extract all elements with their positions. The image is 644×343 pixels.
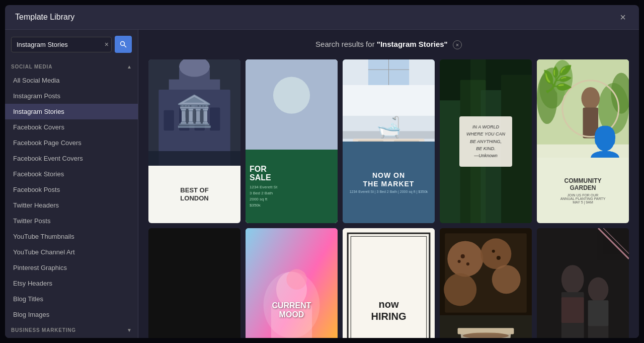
forsale-photo [246,59,338,150]
template-grid: BEST OFLONDON [148,59,629,338]
nav-item-facebook-stories[interactable]: Facebook Stories [5,166,138,182]
svg-rect-26 [343,131,435,139]
template-card-garden[interactable]: COMMUNITYGARDEN JOIN US FOR OURANNUAL PL… [537,59,629,223]
london-photo [148,59,240,166]
results-prefix: Search results for [315,40,377,48]
svg-rect-49 [537,145,629,158]
forsale-details: 1234 Everett St3 Bed 2 Bath2000 sq ft$35… [250,184,334,209]
svg-point-69 [447,241,483,277]
svg-rect-50 [148,228,240,338]
search-input[interactable] [11,37,112,52]
modal-overlay: Template Library × × [0,0,644,343]
garden-title: COMMUNITYGARDEN [541,177,625,191]
template-card-london[interactable]: BEST OFLONDON [148,59,240,223]
svg-rect-12 [148,151,240,166]
svg-point-21 [304,96,320,102]
nav-item-instagram-posts[interactable]: Instagram Posts [5,88,138,104]
main-content: Search results for "Instagram Stories" × [138,30,639,338]
svg-point-46 [581,87,600,110]
nav-item-facebook-page-covers[interactable]: Facebook Page Covers [5,135,138,151]
search-icon [120,41,127,48]
nav-item-blog-images[interactable]: Blog Images [5,307,138,322]
svg-rect-13 [246,59,338,150]
svg-rect-15 [266,104,317,145]
template-card-hiring[interactable]: nowHIRING [343,228,435,338]
modal-header: Template Library × [5,5,639,30]
svg-point-42 [537,73,557,124]
svg-point-72 [444,273,476,306]
business-marketing-label: BUSINESS MARKETING [11,327,76,333]
mood-text: CURRENTMOOD [266,295,317,325]
svg-point-75 [458,260,461,263]
london-label: BEST OFLONDON [180,186,208,203]
search-wrapper: × [11,37,112,52]
svg-point-43 [552,60,573,96]
nav-item-all-social[interactable]: All Social Media [5,73,138,88]
svg-point-73 [461,254,465,258]
business-marketing-chevron: ▼ [127,327,132,333]
nav-item-youtube-channel-art[interactable]: YouTube Channel Art [5,244,138,260]
svg-point-18 [276,68,307,99]
svg-point-74 [466,262,469,265]
market-text: NOW ONTHE MARKET 1234 Everett St | 3 Bed… [343,142,435,224]
svg-rect-9 [179,108,189,131]
svg-rect-14 [261,99,323,104]
template-card-cookies[interactable] [440,228,532,338]
hiring-text-container: nowHIRING [371,298,407,322]
social-media-label: SOCIAL MEDIA [11,64,52,70]
svg-rect-47 [583,108,599,139]
garden-photo [537,59,629,158]
svg-rect-90 [588,301,609,326]
search-button[interactable] [115,36,132,53]
nav-item-facebook-posts[interactable]: Facebook Posts [5,182,138,197]
svg-rect-32 [394,141,420,142]
clear-search-results-button[interactable]: × [453,40,462,49]
template-card-mood[interactable]: CURRENTMOOD [246,228,338,338]
nav-item-facebook-event-covers[interactable]: Facebook Event Covers [5,151,138,166]
nav-item-youtube-thumbnails[interactable]: YouTube Thumbnails [5,229,138,244]
hiring-title: nowHIRING [371,298,407,322]
svg-rect-8 [164,110,174,131]
nav-item-facebook-covers[interactable]: Facebook Covers [5,119,138,135]
svg-point-19 [264,96,279,102]
svg-point-63 [286,269,307,290]
market-photo [343,59,435,142]
svg-point-77 [497,256,501,260]
modal-title: Template Library [15,13,74,22]
svg-point-20 [281,96,302,101]
svg-line-1 [124,45,126,47]
market-title: NOW ONTHE MARKET [363,171,415,188]
template-card-newalbum[interactable]: NEW ALBUM OUT NOW [148,228,240,338]
nav-item-twitter-posts[interactable]: Twitter Posts [5,213,138,229]
svg-point-76 [492,250,495,253]
nav-item-instagram-stories[interactable]: Instagram Stories [5,104,138,119]
nav-item-blog-titles[interactable]: Blog Titles [5,291,138,307]
london-text: BEST OFLONDON [148,166,240,223]
svg-rect-11 [210,108,220,131]
search-row: × [5,30,138,59]
close-button[interactable]: × [617,11,629,23]
search-results-header: Search results for "Instagram Stories" × [148,40,629,49]
nav-item-twitter-headers[interactable]: Twitter Headers [5,197,138,213]
svg-point-87 [588,278,609,302]
social-media-section-header[interactable]: SOCIAL MEDIA ▲ [5,59,138,73]
svg-rect-10 [195,105,205,131]
template-card-market[interactable]: NOW ONTHE MARKET 1234 Everett St | 3 Bed… [343,59,435,223]
template-card-fashion[interactable] [537,228,629,338]
svg-point-85 [561,265,584,294]
bekind-quote-box: IN A WORLDWHERE YOU CANBE ANYTHING,BE KI… [459,116,512,167]
garden-text: COMMUNITYGARDEN JOIN US FOR OURANNUAL PL… [537,158,629,223]
svg-point-70 [480,239,511,269]
template-card-bekind[interactable]: IN A WORLDWHERE YOU CANBE ANYTHING,BE KI… [440,59,532,223]
search-clear-button[interactable]: × [105,41,109,48]
svg-rect-31 [358,141,384,142]
template-library-modal: Template Library × × [5,5,639,338]
nav-item-etsy-headers[interactable]: Etsy Headers [5,276,138,291]
svg-point-71 [492,265,521,294]
svg-rect-22 [246,146,338,150]
nav-item-pinterest-graphics[interactable]: Pinterest Graphics [5,260,138,276]
svg-rect-4 [169,80,220,90]
business-marketing-section-header[interactable]: BUSINESS MARKETING ▼ [5,322,138,336]
results-query: "Instagram Stories" [377,40,448,48]
template-card-forsale[interactable]: FORSALE 1234 Everett St3 Bed 2 Bath2000 … [246,59,338,223]
